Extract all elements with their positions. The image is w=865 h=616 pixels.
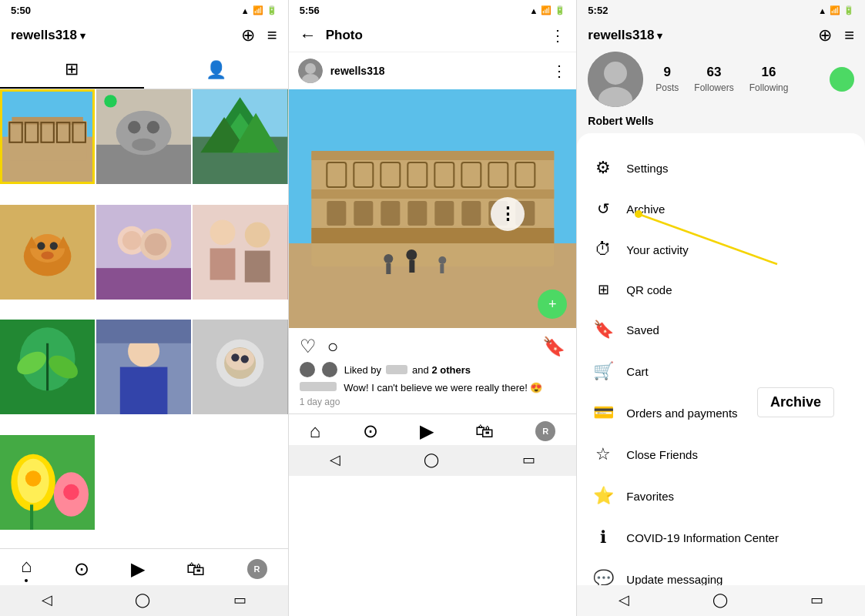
saved-label: Saved bbox=[626, 323, 659, 336]
status-icons-2: ▲ 📶 🔋 bbox=[529, 5, 565, 15]
menu-item-covid[interactable]: ℹ COVID-19 Information Center bbox=[577, 517, 865, 558]
nav-home[interactable]: ⌂ bbox=[21, 555, 32, 582]
menu-item-activity[interactable]: ⏱ Your activity bbox=[577, 229, 865, 270]
svg-point-34 bbox=[122, 230, 142, 249]
grid-cell-9[interactable] bbox=[193, 320, 287, 414]
recents-gesture-3[interactable]: ▭ bbox=[810, 591, 823, 608]
header-actions-3: ⊕ ≡ bbox=[818, 25, 854, 45]
wifi-icon-3: ▲ bbox=[818, 6, 826, 15]
nav-shop-2[interactable]: 🛍 bbox=[475, 420, 494, 442]
grid-cell-1[interactable] bbox=[0, 89, 95, 184]
back-button[interactable]: ← bbox=[300, 25, 317, 45]
photo-title: Photo bbox=[326, 28, 541, 43]
plus-icon-2: + bbox=[548, 296, 557, 313]
svg-rect-81 bbox=[354, 201, 373, 226]
home-gesture-2[interactable]: ◯ bbox=[424, 451, 439, 468]
add-post-button-3[interactable]: ⊕ bbox=[818, 25, 832, 45]
svg-rect-82 bbox=[381, 201, 400, 226]
grid-cell-8[interactable] bbox=[96, 320, 191, 414]
home-gesture-3[interactable]: ◯ bbox=[712, 591, 728, 608]
photo-header: ← Photo ⋮ bbox=[289, 19, 577, 52]
svg-point-39 bbox=[245, 222, 270, 247]
username-text-1: rewells318 bbox=[11, 28, 77, 43]
home-gesture[interactable]: ◯ bbox=[135, 591, 150, 608]
recents-gesture-2[interactable]: ▭ bbox=[522, 451, 535, 468]
svg-point-92 bbox=[438, 256, 446, 264]
grid-cell-2[interactable] bbox=[96, 89, 191, 184]
back-gesture-2[interactable]: ◁ bbox=[330, 451, 340, 468]
like-button[interactable]: ♡ bbox=[300, 336, 317, 357]
comment-button[interactable]: ○ bbox=[327, 336, 339, 357]
nav-profile-2[interactable]: R bbox=[535, 421, 555, 441]
svg-rect-33 bbox=[96, 268, 191, 300]
shop-icon-2: 🛍 bbox=[475, 420, 494, 442]
likes-row: Liked by and 2 others bbox=[289, 362, 577, 380]
activity-label: Your activity bbox=[626, 243, 688, 256]
back-gesture[interactable]: ◁ bbox=[42, 591, 52, 608]
add-post-button-1[interactable]: ⊕ bbox=[241, 25, 255, 45]
grid-cell-6[interactable] bbox=[193, 205, 287, 300]
post-more-icon[interactable]: ⋮ bbox=[552, 62, 567, 80]
svg-rect-62 bbox=[30, 504, 33, 530]
cart-label: Cart bbox=[626, 365, 648, 378]
settings-label: Settings bbox=[626, 162, 668, 175]
profile-header-1: rewells318 ▾ ⊕ ≡ bbox=[0, 19, 288, 52]
username-display-3[interactable]: rewells318 ▾ bbox=[588, 28, 662, 43]
svg-rect-83 bbox=[407, 201, 427, 226]
close-friends-label: Close Friends bbox=[626, 448, 698, 461]
username-display-1[interactable]: rewells318 ▾ bbox=[11, 28, 85, 43]
tab-tagged[interactable]: 👤 bbox=[144, 52, 288, 89]
svg-point-37 bbox=[210, 219, 236, 245]
svg-rect-71 bbox=[311, 228, 554, 243]
signal-icon-2: 📶 bbox=[541, 5, 552, 15]
three-dots-annotation[interactable]: ⋮ bbox=[491, 197, 525, 231]
menu-item-saved[interactable]: 🔖 Saved bbox=[577, 309, 865, 350]
grid-cell-4[interactable] bbox=[0, 205, 95, 300]
nav-search[interactable]: ⊙ bbox=[74, 558, 89, 580]
back-gesture-3[interactable]: ◁ bbox=[619, 591, 629, 608]
menu-item-favorites[interactable]: ⭐ Favorites bbox=[577, 475, 865, 517]
grid-cell-3[interactable] bbox=[193, 89, 287, 184]
menu-item-messaging[interactable]: 💬 Update messaging bbox=[577, 558, 865, 585]
menu-item-archive[interactable]: ↺ Archive bbox=[577, 189, 865, 229]
svg-point-26 bbox=[50, 242, 58, 249]
menu-item-close-friends[interactable]: ☆ Close Friends bbox=[577, 434, 865, 475]
system-bar-3: ◁ ◯ ▭ bbox=[577, 585, 865, 616]
signal-icon: 📶 bbox=[253, 5, 263, 15]
menu-item-orders[interactable]: 💳 Orders and payments bbox=[577, 392, 865, 434]
nav-search-2[interactable]: ⊙ bbox=[363, 420, 378, 442]
menu-button-1[interactable]: ≡ bbox=[267, 25, 277, 45]
wifi-icon: ▲ bbox=[241, 6, 250, 15]
bookmark-button[interactable]: 🔖 bbox=[542, 336, 565, 357]
recents-gesture[interactable]: ▭ bbox=[233, 591, 246, 608]
caption-row: Wow! I can't believe we were really ther… bbox=[289, 380, 577, 397]
grid-cell-7[interactable] bbox=[0, 320, 95, 414]
menu-button-3[interactable]: ≡ bbox=[844, 25, 854, 45]
nav-home-2[interactable]: ⌂ bbox=[310, 420, 321, 442]
signal-icon-3: 📶 bbox=[830, 5, 840, 15]
nav-shop[interactable]: 🛍 bbox=[186, 558, 205, 580]
following-label: Following bbox=[749, 82, 789, 93]
messaging-icon: 💬 bbox=[592, 569, 614, 585]
person-tag-icon: 👤 bbox=[206, 60, 226, 80]
menu-item-qr[interactable]: ⊞ QR code bbox=[577, 270, 865, 309]
nav-reels-2[interactable]: ▶ bbox=[420, 420, 434, 442]
status-bar-1: 5:50 ▲ 📶 🔋 bbox=[0, 0, 288, 19]
menu-item-cart[interactable]: 🛒 Cart bbox=[577, 350, 865, 392]
stat-posts: 9 Posts bbox=[655, 65, 679, 94]
stats-row: 9 Posts 63 Followers 16 Following bbox=[655, 65, 817, 94]
orders-label: Orders and payments bbox=[626, 407, 737, 420]
caption-username-blur bbox=[300, 382, 337, 391]
post-username[interactable]: rewells318 bbox=[330, 65, 545, 77]
grid-cell-5[interactable] bbox=[96, 205, 191, 300]
menu-item-settings[interactable]: ⚙ Settings bbox=[577, 147, 865, 189]
nav-reels[interactable]: ▶ bbox=[131, 558, 145, 580]
status-bar-2: 5:56 ▲ 📶 🔋 bbox=[289, 0, 577, 19]
tab-grid[interactable]: ⊞ bbox=[0, 52, 144, 89]
nav-profile[interactable]: R bbox=[247, 559, 267, 579]
more-options-button[interactable]: ⋮ bbox=[550, 26, 565, 45]
profile-header-3: rewells318 ▾ ⊕ ≡ bbox=[577, 19, 865, 52]
stat-following: 16 Following bbox=[749, 65, 789, 94]
post-header: rewells318 ⋮ bbox=[289, 52, 577, 89]
grid-cell-10[interactable] bbox=[0, 435, 95, 530]
